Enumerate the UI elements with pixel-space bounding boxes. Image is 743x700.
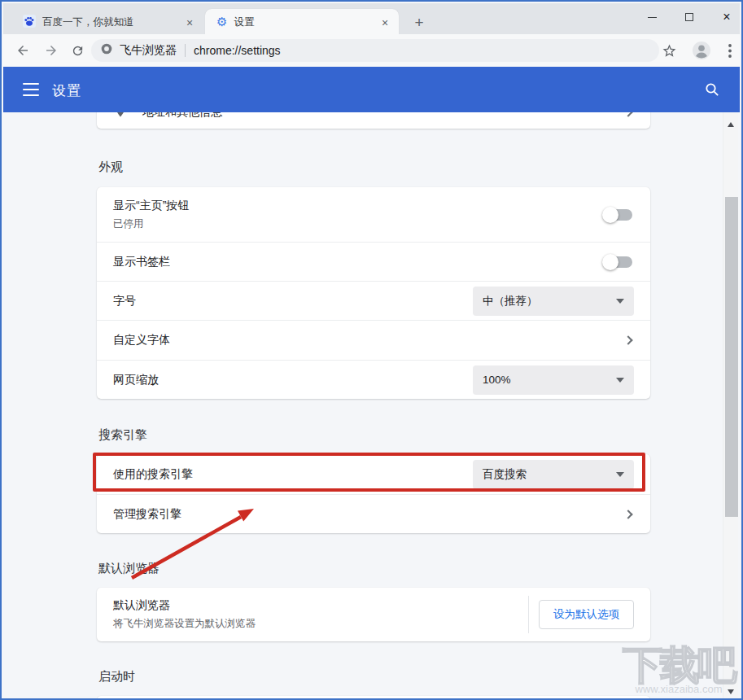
location-pin-icon [113, 112, 128, 121]
tab-close-icon[interactable]: × [182, 15, 197, 30]
setting-label: 字号 [113, 294, 473, 308]
settings-search-button[interactable] [704, 81, 720, 98]
dropdown-arrow-icon [616, 378, 624, 383]
dropdown-value: 中（推荐） [483, 294, 616, 308]
chevron-right-icon [623, 510, 632, 518]
new-tab-button[interactable]: + [409, 13, 430, 33]
setting-sublabel: 已停用 [113, 217, 605, 231]
dropdown-value: 100% [483, 374, 616, 386]
page-zoom-dropdown[interactable]: 100% [473, 365, 634, 395]
row-divider [528, 596, 529, 633]
window-close-button[interactable]: × [714, 5, 740, 29]
back-arrow-icon [18, 46, 28, 55]
setting-row-show-home-button: 显示“主页”按钮 已停用 [97, 187, 650, 242]
setting-row-customize-fonts[interactable]: 自定义字体 [97, 320, 650, 360]
setting-label: 显示书签栏 [113, 255, 605, 269]
window-maximize-button[interactable] [676, 5, 702, 29]
settings-gear-favicon-icon: ⚙ [216, 16, 227, 28]
browser-toolbar: 飞牛浏览器 chrome://settings [3, 34, 740, 67]
setting-row-search-engine-used: 使用的搜索引擎 百度搜索 [97, 454, 650, 494]
toggle-show-bookmarks-bar[interactable] [605, 256, 632, 268]
scroll-down-arrow-icon[interactable] [728, 689, 734, 694]
browser-menu-button[interactable] [720, 41, 740, 60]
reload-icon [72, 46, 81, 55]
section-title-startup: 启动时 [98, 669, 135, 685]
url-separator [185, 44, 186, 57]
chevron-right-icon [623, 335, 632, 344]
maximize-icon [685, 13, 693, 21]
toggle-knob [602, 207, 618, 223]
tab-title: 百度一下，你就知道 [42, 15, 182, 29]
browser-name-label: 飞牛浏览器 [120, 43, 177, 58]
forward-arrow-icon [46, 46, 56, 55]
site-badge-icon [101, 43, 112, 58]
dropdown-arrow-icon [616, 299, 624, 304]
tab-close-icon[interactable]: × [378, 15, 392, 30]
dropdown-arrow-icon [616, 472, 624, 477]
setting-row-address-info[interactable]: 地址和其他信息 [97, 112, 650, 129]
section-title-search-engine: 搜索引擎 [98, 427, 147, 443]
setting-label: 网页缩放 [113, 373, 473, 387]
setting-row-font-size: 字号 中（推荐） [97, 281, 650, 320]
setting-label: 自定义字体 [113, 333, 625, 348]
settings-content: 地址和其他信息 外观 显示“主页”按钮 已停用 显示书签栏 字号 中（推荐） 自… [3, 112, 740, 700]
set-default-button[interactable]: 设为默认选项 [539, 600, 634, 629]
scrollbar-thumb[interactable] [725, 197, 738, 517]
settings-header: 设置 [3, 67, 740, 112]
forward-button[interactable] [42, 41, 61, 60]
url-text: chrome://settings [194, 44, 281, 57]
tab-title: 设置 [234, 15, 378, 29]
section-title-default-browser: 默认浏览器 [98, 561, 160, 576]
window-minimize-button[interactable] [639, 5, 665, 29]
setting-row-default-browser: 默认浏览器 将飞牛浏览器设置为默认浏览器 设为默认选项 [97, 588, 650, 641]
font-size-dropdown[interactable]: 中（推荐） [473, 287, 634, 316]
bookmark-star-button[interactable] [659, 41, 679, 60]
toggle-show-home-button[interactable] [605, 209, 632, 221]
dropdown-value: 百度搜索 [483, 467, 616, 482]
tab-settings[interactable]: ⚙ 设置 × [205, 9, 399, 36]
scroll-up-arrow-icon[interactable] [728, 122, 734, 127]
appearance-card: 显示“主页”按钮 已停用 显示书签栏 字号 中（推荐） 自定义字体 网页缩放 1… [97, 187, 650, 399]
chevron-right-icon [623, 112, 632, 117]
search-engine-dropdown[interactable]: 百度搜索 [473, 460, 634, 489]
search-engine-card: 使用的搜索引擎 百度搜索 管理搜索引擎 [97, 454, 650, 533]
tab-baidu[interactable]: 百度一下，你就知道 × [15, 9, 203, 36]
setting-row-manage-search-engines[interactable]: 管理搜索引擎 [97, 494, 650, 533]
menu-hamburger-button[interactable] [23, 83, 39, 96]
setting-sublabel: 将飞牛浏览器设置为默认浏览器 [113, 617, 528, 631]
startup-card [97, 696, 650, 700]
setting-label: 显示“主页”按钮 [113, 199, 605, 213]
reload-button[interactable] [68, 41, 87, 60]
tab-strip: 百度一下，你就知道 × ⚙ 设置 × + × [3, 3, 740, 34]
setting-row-show-bookmarks-bar: 显示书签栏 [97, 242, 650, 281]
baidu-favicon-icon [23, 15, 36, 31]
address-info-card: 地址和其他信息 [97, 112, 650, 129]
setting-label: 默认浏览器 [113, 598, 528, 613]
setting-row-page-zoom: 网页缩放 100% [97, 360, 650, 399]
setting-label: 使用的搜索引擎 [113, 467, 473, 482]
minimize-icon [648, 17, 657, 18]
address-bar[interactable]: 飞牛浏览器 chrome://settings [91, 39, 659, 62]
section-title-appearance: 外观 [98, 160, 123, 175]
toggle-knob [602, 254, 618, 270]
default-browser-card: 默认浏览器 将飞牛浏览器设置为默认浏览器 设为默认选项 [97, 588, 650, 641]
setting-label: 管理搜索引擎 [113, 507, 625, 522]
three-dots-icon [728, 55, 732, 58]
back-button[interactable] [13, 41, 33, 60]
browser-window: { "browser": { "tabs": [ { "title": "百度一… [0, 0, 743, 700]
star-icon [662, 44, 675, 56]
profile-avatar[interactable] [692, 41, 711, 63]
scrollbar[interactable] [723, 112, 738, 700]
setting-label: 地址和其他信息 [142, 112, 625, 120]
page-title: 设置 [52, 81, 81, 100]
search-icon [715, 92, 719, 96]
